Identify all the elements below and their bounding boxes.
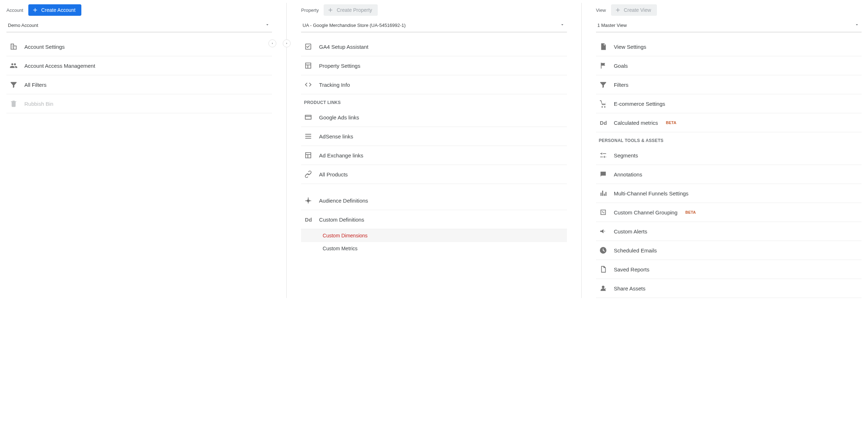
menu-item-ad-exchange-links[interactable]: Ad Exchange links: [301, 146, 567, 165]
column-account: Account Create Account Demo Account Acco…: [6, 3, 272, 298]
menu-item-scheduled-emails[interactable]: Scheduled Emails: [596, 241, 862, 260]
menu-item-label: Custom Alerts: [614, 228, 647, 235]
menu-item-custom-alerts[interactable]: Custom Alerts: [596, 222, 862, 241]
dd-icon: [304, 215, 313, 224]
menu-item-ga4-setup[interactable]: GA4 Setup Assistant: [301, 37, 567, 56]
menu-item-label: Ad Exchange links: [319, 152, 363, 158]
create-property-button: Create Property: [324, 4, 378, 16]
menu-item-segments[interactable]: Segments: [596, 146, 862, 165]
fork-icon: [304, 196, 313, 205]
create-account-button[interactable]: Create Account: [28, 4, 81, 16]
menu-item-custom-channel-grouping[interactable]: Custom Channel GroupingBETA: [596, 203, 862, 222]
beta-badge: BETA: [685, 210, 696, 214]
menu-item-filters[interactable]: Filters: [596, 75, 862, 94]
menu-item-label: Scheduled Emails: [614, 247, 657, 254]
menu-item-label: Property Settings: [319, 63, 360, 69]
view-selector-text: 1 Master View: [597, 23, 627, 28]
menu-item-label: Saved Reports: [614, 266, 649, 273]
caret-down-icon: [560, 22, 565, 28]
menu-item-label: Rubbish Bin: [24, 101, 53, 107]
account-selector[interactable]: Demo Account: [6, 19, 272, 32]
menu-item-mcf-settings[interactable]: Multi-Channel Funnels Settings: [596, 184, 862, 203]
menu-item-all-products[interactable]: All Products: [301, 165, 567, 184]
create-property-label: Create Property: [337, 7, 372, 13]
clock-icon: [599, 246, 607, 255]
menu-item-saved-reports[interactable]: Saved Reports: [596, 260, 862, 279]
menu-item-calculated-metrics[interactable]: Calculated metricsBETA: [596, 113, 862, 132]
view-selector[interactable]: 1 Master View: [596, 19, 862, 32]
menu-item-label: Custom Definitions: [319, 217, 364, 223]
menu-item-label: Calculated metrics: [614, 120, 658, 126]
account-selector-text: Demo Account: [8, 23, 38, 28]
funnel-icon: [9, 80, 18, 89]
sub-item-custom-metrics[interactable]: Custom Metrics: [301, 242, 567, 255]
create-view-label: Create View: [624, 7, 651, 13]
menu-item-label: Share Assets: [614, 285, 645, 292]
menu-item-label: View Settings: [614, 44, 647, 50]
link-icon: [304, 170, 313, 179]
menu-item-share-assets[interactable]: Share Assets: [596, 279, 862, 298]
list-icon: [304, 132, 313, 141]
property-label: Property: [301, 8, 319, 13]
menu-item-label: Account Access Management: [24, 63, 95, 69]
layout-icon: [304, 151, 313, 160]
menu-item-adsense-links[interactable]: AdSense links: [301, 127, 567, 146]
card-icon: [304, 113, 313, 122]
menu-item-label: E-commerce Settings: [614, 101, 665, 107]
product-links-header: PRODUCT LINKS: [301, 94, 567, 108]
menu-item-label: All Filters: [24, 82, 47, 88]
sliders-icon: [599, 151, 607, 160]
page-icon: [599, 42, 607, 51]
menu-item-tracking-info[interactable]: Tracking Info: [301, 75, 567, 94]
menu-item-label: Segments: [614, 152, 638, 158]
move-right-icon[interactable]: [283, 39, 291, 47]
bars-icon: [599, 189, 607, 198]
account-label: Account: [6, 8, 23, 13]
dd-icon: [599, 118, 607, 127]
menu-item-audience-definitions[interactable]: Audience Definitions: [301, 191, 567, 210]
move-right-icon[interactable]: [268, 39, 276, 47]
trash-icon: [9, 99, 18, 108]
plus-icon: [32, 7, 38, 13]
menu-item-label: Tracking Info: [319, 82, 350, 88]
flag-icon: [599, 61, 607, 70]
menu-item-custom-definitions[interactable]: Custom Definitions: [301, 210, 567, 229]
menu-item-google-ads-links[interactable]: Google Ads links: [301, 108, 567, 127]
layout-icon: [304, 61, 313, 70]
menu-item-label: GA4 Setup Assistant: [319, 44, 368, 50]
menu-item-all-filters[interactable]: All Filters: [6, 75, 272, 94]
account-header: Account Create Account: [6, 3, 272, 19]
checkbox-icon: [304, 42, 313, 51]
sub-item-custom-dimensions[interactable]: Custom Dimensions: [301, 229, 567, 242]
doc-icon: [599, 265, 607, 274]
code-icon: [304, 80, 313, 89]
property-header: Property Create Property: [301, 3, 567, 19]
view-label: View: [596, 8, 606, 13]
create-account-label: Create Account: [41, 7, 76, 13]
property-selector-text: UA - Google Merchandise Store (UA-545169…: [302, 23, 406, 28]
property-selector[interactable]: UA - Google Merchandise Store (UA-545169…: [301, 19, 567, 32]
menu-item-label: AdSense links: [319, 133, 353, 139]
menu-item-account-access[interactable]: Account Access Management: [6, 56, 272, 75]
personal-tools-header: PERSONAL TOOLS & ASSETS: [596, 132, 862, 146]
comment-icon: [599, 170, 607, 179]
column-property: Property Create Property UA - Google Mer…: [286, 3, 567, 298]
menu-item-label: Annotations: [614, 171, 642, 177]
funnel-icon: [599, 80, 607, 89]
menu-item-ecommerce-settings[interactable]: E-commerce Settings: [596, 94, 862, 113]
menu-item-annotations[interactable]: Annotations: [596, 165, 862, 184]
menu-item-label: Account Settings: [24, 44, 65, 50]
view-header: View Create View: [596, 3, 862, 19]
menu-item-view-settings[interactable]: View Settings: [596, 37, 862, 56]
menu-item-goals[interactable]: Goals: [596, 56, 862, 75]
plus-icon: [615, 7, 621, 13]
building-icon: [9, 42, 18, 51]
menu-item-label: All Products: [319, 171, 348, 177]
people-icon: [9, 61, 18, 70]
share-icon: [599, 284, 607, 293]
create-view-button: Create View: [611, 4, 657, 16]
menu-item-property-settings[interactable]: Property Settings: [301, 56, 567, 75]
caret-down-icon: [265, 22, 270, 28]
menu-item-account-settings[interactable]: Account Settings: [6, 37, 272, 56]
menu-item-label: Multi-Channel Funnels Settings: [614, 190, 688, 196]
